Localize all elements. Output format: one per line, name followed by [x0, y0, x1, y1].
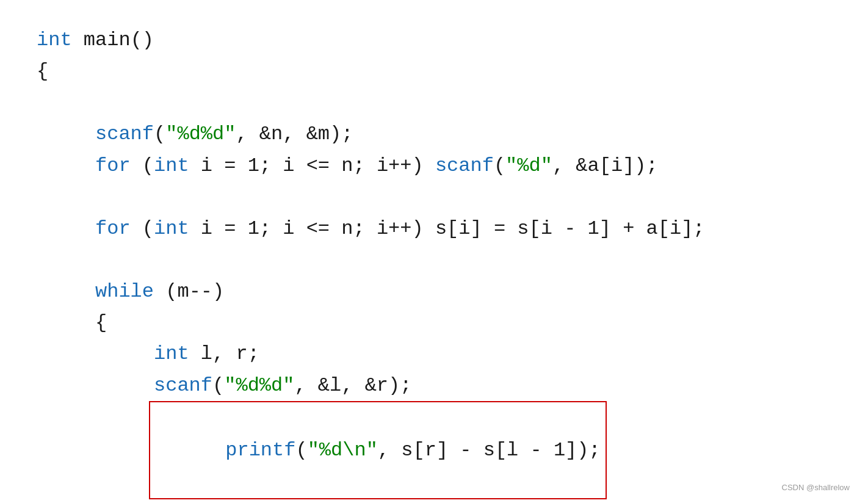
empty-line-2 [37, 181, 831, 213]
keyword-printf: printf [225, 439, 295, 461]
keyword-int: int [37, 24, 72, 56]
keyword-int2: int [154, 150, 189, 181]
code-container: int main() { scanf("%d%d", &n, &m); for … [0, 0, 868, 503]
code-line-brace-open: { [37, 307, 831, 338]
keyword-while: while [95, 276, 154, 307]
code-line-2: { [37, 56, 831, 87]
empty-line-3 [37, 244, 831, 276]
empty-line-1 [37, 87, 831, 118]
code-line-int-lr: int l, r; [37, 338, 831, 369]
keyword-int4: int [154, 338, 189, 369]
keyword-int3: int [154, 213, 189, 244]
keyword-scanf2: scanf [435, 150, 494, 181]
keyword-for2: for [95, 213, 131, 244]
string-format1: "%d%d" [165, 118, 236, 150]
code-line-1: int main() [37, 24, 831, 56]
code-line-brace-close: } [37, 499, 831, 503]
keyword-scanf1: scanf [95, 118, 154, 150]
code-line-while: while (m--) [37, 276, 831, 307]
string-format3: "%d%d" [224, 370, 294, 401]
code-line-scanf3: scanf("%d%d", &l, &r); [37, 370, 831, 401]
code-line-scanf1: scanf("%d%d", &n, &m); [37, 118, 831, 150]
code-line-printf-highlighted: printf("%d\n", s[r] - s[l - 1]); [37, 401, 831, 500]
watermark: CSDN @shallrelow [782, 483, 850, 492]
string-format4: "%d\n" [308, 439, 378, 461]
keyword-for1: for [95, 150, 131, 181]
highlight-box: printf("%d\n", s[r] - s[l - 1]); [149, 401, 607, 500]
code-line-for2: for (int i = 1; i <= n; i++) s[i] = s[i … [37, 213, 831, 244]
keyword-scanf3: scanf [154, 370, 212, 401]
string-format2: "%d" [505, 150, 552, 181]
code-line-for1: for (int i = 1; i <= n; i++) scanf("%d",… [37, 150, 831, 181]
